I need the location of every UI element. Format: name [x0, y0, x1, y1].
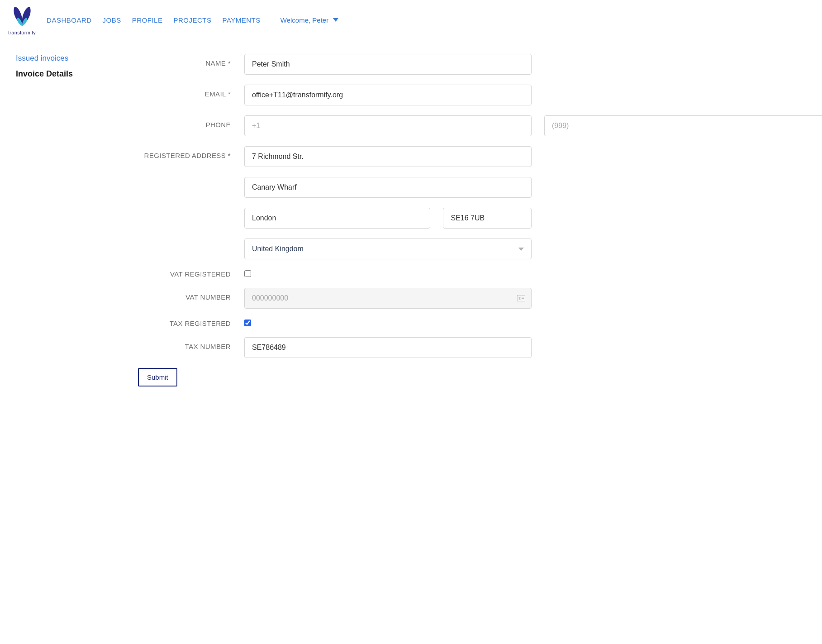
page-body: Issued invoices Invoice Details NAME * E…: [0, 40, 547, 400]
butterfly-icon: [10, 5, 34, 29]
chevron-down-icon: [518, 248, 524, 251]
label-vat-number: VAT NUMBER: [138, 288, 244, 301]
sidebar-invoice-details[interactable]: Invoice Details: [16, 69, 120, 79]
label-tax-number: TAX NUMBER: [138, 337, 244, 350]
city-input[interactable]: [244, 208, 430, 229]
phone-area-code-input[interactable]: [544, 115, 822, 136]
user-menu[interactable]: Welcome, Peter: [280, 16, 338, 24]
main-nav: DASHBOARD JOBS PROFILE PROJECTS PAYMENTS…: [47, 16, 814, 24]
label-email: EMAIL *: [138, 85, 244, 98]
welcome-text: Welcome, Peter: [280, 16, 328, 24]
top-header: transformify DASHBOARD JOBS PROFILE PROJ…: [0, 0, 822, 40]
postcode-input[interactable]: [443, 208, 532, 229]
nav-profile[interactable]: PROFILE: [132, 16, 163, 24]
phone-country-code-input[interactable]: [244, 115, 532, 136]
tax-registered-checkbox[interactable]: [244, 320, 251, 326]
name-input[interactable]: [244, 54, 532, 75]
tax-number-input[interactable]: [244, 337, 532, 358]
email-input[interactable]: [244, 85, 532, 105]
label-tax-registered: TAX REGISTERED: [138, 319, 244, 327]
sidebar: Issued invoices Invoice Details: [16, 54, 120, 386]
nav-dashboard[interactable]: DASHBOARD: [47, 16, 92, 24]
brand-logo[interactable]: transformify: [8, 5, 36, 35]
country-selected-value: United Kingdom: [252, 245, 304, 253]
chevron-down-icon: [333, 18, 338, 22]
nav-payments[interactable]: PAYMENTS: [222, 16, 260, 24]
brand-name: transformify: [8, 30, 36, 35]
submit-button[interactable]: Submit: [138, 368, 177, 386]
nav-projects[interactable]: PROJECTS: [173, 16, 211, 24]
nav-jobs[interactable]: JOBS: [103, 16, 121, 24]
invoice-details-form: NAME * EMAIL * PHONE REGISTERED ADDRESS …: [138, 54, 532, 386]
vat-registered-checkbox[interactable]: [244, 270, 251, 277]
label-phone: PHONE: [138, 115, 244, 129]
address-line2-input[interactable]: [244, 177, 532, 198]
address-line1-input[interactable]: [244, 146, 532, 167]
label-name: NAME *: [138, 54, 244, 67]
label-registered-address: REGISTERED ADDRESS *: [138, 146, 244, 159]
vat-number-input[interactable]: [244, 288, 532, 309]
country-select[interactable]: United Kingdom: [244, 239, 532, 259]
sidebar-issued-invoices[interactable]: Issued invoices: [16, 54, 120, 63]
label-vat-registered: VAT REGISTERED: [138, 269, 244, 278]
